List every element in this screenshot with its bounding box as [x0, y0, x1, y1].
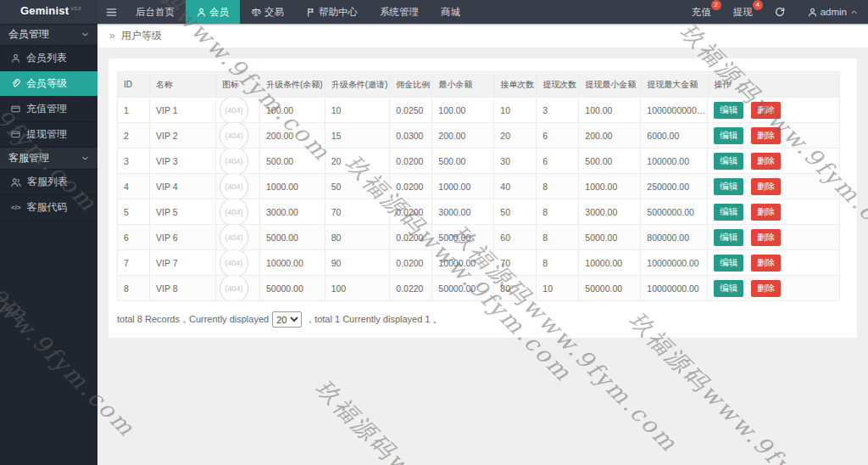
cell-id: 4: [118, 174, 150, 199]
sidebar-item-member-level[interactable]: 会员等级: [0, 71, 97, 97]
column-header: 提现次数: [537, 72, 579, 98]
table-card: ID名称图标升级条件(余额)升级条件(邀请)佣金比例最小余额接单次数提现次数提现…: [108, 59, 857, 338]
nav-item-system[interactable]: 系统管理: [369, 0, 430, 24]
delete-button[interactable]: 删除: [751, 280, 781, 297]
sidebar-item-service-code[interactable]: </> 客服代码: [0, 195, 97, 221]
delete-button[interactable]: 删除: [751, 178, 781, 195]
delete-button[interactable]: 删除: [751, 153, 781, 170]
sidebar-item-member-list[interactable]: 会员列表: [0, 46, 97, 71]
nav-item-dashboard[interactable]: 后台首页: [125, 0, 186, 24]
nav-label: 帮助中心: [319, 6, 358, 19]
delete-button[interactable]: 删除: [751, 255, 781, 272]
delete-button[interactable]: 删除: [751, 229, 781, 246]
users-icon: [11, 177, 21, 188]
cell-withdraw-min: 50000.00: [579, 276, 641, 301]
table-row: 8 VIP 8 (404) 50000.00 100 0.0220 50000.…: [118, 276, 840, 301]
edit-button[interactable]: 编辑: [714, 204, 743, 221]
cell-commission: 0.0200: [390, 225, 432, 250]
sidebar: 会员管理 会员列表 会员等级 充值管理 提: [0, 24, 97, 465]
sidebar-item-recharge-mgmt[interactable]: 充值管理: [0, 97, 97, 122]
hamburger-icon: [106, 7, 117, 18]
cell-id: 3: [118, 148, 150, 174]
cell-orders: 60: [494, 225, 537, 250]
nav-item-mall[interactable]: 商城: [430, 0, 471, 24]
cell-name: VIP 6: [150, 225, 216, 250]
edit-button[interactable]: 编辑: [714, 280, 743, 297]
username: admin: [821, 7, 847, 17]
cell-actions: 编辑 删除: [708, 98, 840, 123]
sidebar-item-label: 提现管理: [26, 127, 67, 142]
cell-name: VIP 1: [150, 98, 216, 123]
cell-min-balance: 1000.00: [432, 174, 494, 199]
edit-button[interactable]: 编辑: [714, 102, 743, 119]
link-icon: [11, 79, 20, 88]
edit-button[interactable]: 编辑: [714, 255, 743, 272]
cell-min-balance: 100.00: [432, 98, 494, 123]
sidebar-item-withdraw-mgmt[interactable]: 提现管理: [0, 122, 97, 148]
delete-button[interactable]: 删除: [751, 204, 781, 221]
withdraw-button[interactable]: 提现 4: [722, 0, 764, 24]
user-icon: [197, 8, 206, 17]
recharge-badge: 2: [711, 0, 721, 10]
page-title: 用户等级: [121, 29, 162, 43]
user-icon: [808, 8, 817, 17]
column-header: 名称: [150, 72, 216, 98]
brand-logo[interactable]: Geminist V3.0: [0, 0, 97, 24]
chevron-down-icon: [81, 31, 89, 38]
broken-image-placeholder: (404): [220, 98, 248, 123]
sidebar-toggle-button[interactable]: [97, 0, 125, 24]
group-label: 会员管理: [8, 27, 49, 42]
delete-button[interactable]: 删除: [751, 102, 781, 119]
sidebar-item-label: 客服代码: [27, 200, 68, 215]
cell-upgrade-invite: 70: [325, 199, 390, 225]
cell-icon: (404): [216, 199, 260, 225]
sidebar-item-label: 充值管理: [26, 102, 67, 116]
nav-label: 交易: [264, 6, 284, 19]
cell-name: VIP 7: [150, 250, 216, 276]
delete-button[interactable]: 删除: [751, 127, 781, 144]
chevron-down-icon: [81, 154, 89, 162]
cell-withdraw-max: 6000.00: [641, 123, 708, 148]
cell-actions: 编辑 删除: [708, 250, 840, 276]
user-menu[interactable]: admin: [796, 0, 868, 24]
user-level-table: ID名称图标升级条件(余额)升级条件(邀请)佣金比例最小余额接单次数提现次数提现…: [117, 71, 840, 301]
edit-button[interactable]: 编辑: [714, 178, 743, 195]
flag-icon: [306, 8, 315, 17]
cell-icon: (404): [216, 276, 260, 301]
edit-button[interactable]: 编辑: [714, 153, 743, 170]
page-size-select[interactable]: 20: [272, 311, 302, 328]
cell-actions: 编辑 删除: [708, 199, 840, 225]
sidebar-group-members[interactable]: 会员管理: [0, 24, 97, 46]
edit-button[interactable]: 编辑: [714, 127, 743, 144]
cell-withdraw-max: 10000000.00: [641, 250, 708, 276]
nav-item-help[interactable]: 帮助中心: [295, 0, 369, 24]
cell-name: VIP 4: [150, 174, 216, 199]
cell-withdraw-times: 3: [537, 98, 579, 123]
nav-item-members[interactable]: 会员: [186, 0, 240, 24]
cell-commission: 0.0300: [390, 123, 432, 148]
nav-label: 会员: [209, 6, 229, 19]
pages-total-text: ，total 1 Currently displayed 1 。: [305, 313, 442, 326]
edit-button[interactable]: 编辑: [714, 229, 743, 246]
cell-min-balance: 3000.00: [432, 199, 494, 225]
cell-withdraw-min: 1000.00: [579, 174, 641, 199]
sidebar-group-service[interactable]: 客服管理: [0, 148, 97, 170]
sidebar-item-service-list[interactable]: 客服列表: [0, 170, 97, 195]
code-icon: </>: [11, 204, 21, 211]
nav-label: 商城: [441, 6, 460, 19]
card-icon: [11, 104, 20, 114]
table-row: 2 VIP 2 (404) 200.00 15 0.0300 200.00 20…: [118, 123, 840, 148]
refresh-icon: [775, 7, 785, 17]
refresh-button[interactable]: [764, 0, 796, 24]
cell-id: 5: [118, 199, 150, 225]
cell-min-balance: 50000.00: [432, 276, 494, 301]
cell-commission: 0.0200: [390, 174, 432, 199]
pagination-bar: total 8 Records，Currently displayed 20 ，…: [117, 311, 849, 328]
nav-item-trade[interactable]: 交易: [240, 0, 295, 24]
cell-orders: 40: [494, 174, 537, 199]
cell-withdraw-times: 8: [537, 225, 579, 250]
cell-withdraw-times: 8: [537, 199, 579, 225]
column-header: 操作: [708, 72, 840, 98]
recharge-button[interactable]: 充值 2: [681, 0, 722, 24]
broken-image-placeholder: (404): [220, 250, 248, 276]
